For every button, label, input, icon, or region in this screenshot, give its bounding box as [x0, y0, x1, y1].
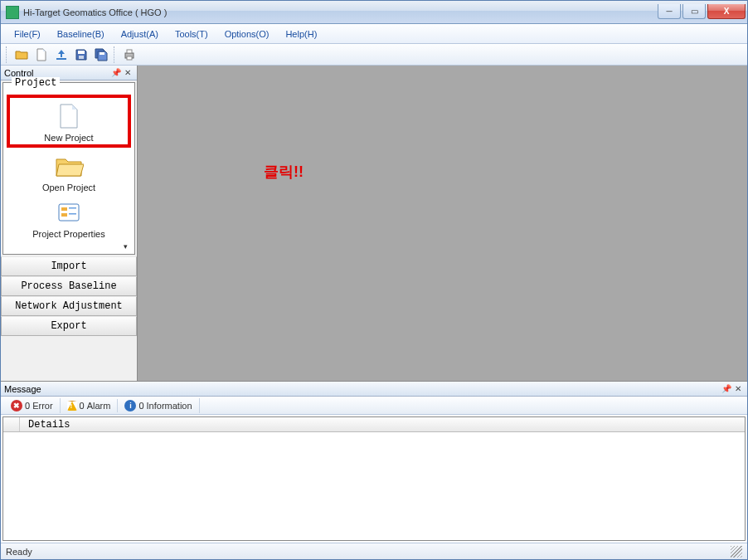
- toolbar-separator: [114, 46, 117, 63]
- svg-rect-8: [61, 213, 67, 217]
- pin-icon[interactable]: 📌: [110, 68, 122, 77]
- error-count: 0: [25, 401, 30, 411]
- toolbar-grip: [6, 46, 9, 63]
- properties-icon: [54, 199, 84, 226]
- close-button[interactable]: X: [707, 4, 746, 19]
- project-group-label: Project: [12, 77, 60, 89]
- resize-grip[interactable]: [731, 546, 742, 558]
- import-icon[interactable]: [52, 46, 70, 64]
- warning-icon: [67, 401, 77, 411]
- open-project-button[interactable]: Open Project: [7, 148, 131, 194]
- svg-rect-4: [127, 50, 132, 53]
- new-project-label: New Project: [44, 133, 93, 143]
- project-group: Project New Project Open Project Project…: [2, 82, 135, 255]
- menu-options[interactable]: Options(O): [216, 27, 278, 41]
- control-panel-title: Control: [4, 68, 110, 78]
- error-label: Error: [32, 401, 52, 411]
- window-title: Hi-Target Geomatics Office ( HGO ): [23, 7, 656, 17]
- titlebar[interactable]: Hi-Target Geomatics Office ( HGO ) ─ ▭ X: [1, 1, 747, 24]
- annotation-click: 클릭!!: [264, 162, 304, 182]
- svg-rect-10: [69, 213, 76, 215]
- pin-icon[interactable]: 📌: [721, 384, 732, 393]
- control-panel: Control 📌 ✕ Project New Project Open Pro…: [1, 66, 138, 381]
- message-filters: ✖ 0 Error 0 Alarm i 0 Information: [1, 397, 747, 415]
- message-panel: Message 📌 ✕ ✖ 0 Error 0 Alarm i 0 Inform…: [1, 381, 747, 543]
- save-all-icon[interactable]: [92, 46, 110, 64]
- menubar: File(F) Baseline(B) Adjust(A) Tools(T) O…: [1, 24, 747, 44]
- svg-rect-7: [61, 207, 67, 211]
- menu-adjust[interactable]: Adjust(A): [113, 27, 167, 41]
- menu-file[interactable]: File(F): [6, 27, 49, 41]
- details-column[interactable]: Details: [20, 417, 745, 431]
- project-properties-button[interactable]: Project Properties: [7, 194, 131, 241]
- menu-tools[interactable]: Tools(T): [167, 27, 216, 41]
- svg-rect-6: [59, 204, 79, 221]
- project-properties-label: Project Properties: [32, 229, 104, 239]
- svg-rect-2: [100, 52, 104, 55]
- statusbar: Ready: [1, 543, 747, 559]
- message-panel-title: Message: [4, 384, 721, 394]
- error-filter[interactable]: ✖ 0 Error: [4, 398, 61, 413]
- app-window: Hi-Target Geomatics Office ( HGO ) ─ ▭ X…: [0, 0, 748, 560]
- details-header: Details: [3, 417, 745, 432]
- information-filter[interactable]: i 0 Information: [118, 398, 199, 413]
- svg-rect-1: [79, 56, 84, 59]
- info-icon: i: [124, 400, 136, 411]
- message-panel-header: Message 📌 ✕: [1, 382, 747, 397]
- save-icon[interactable]: [72, 46, 90, 64]
- menu-help[interactable]: Help(H): [277, 27, 325, 41]
- dropdown-arrow-icon[interactable]: ▾: [7, 241, 131, 251]
- workspace: 클릭!!: [138, 66, 747, 381]
- svg-rect-0: [78, 51, 85, 54]
- details-grid[interactable]: Details: [2, 416, 746, 541]
- minimize-button[interactable]: ─: [658, 4, 681, 19]
- new-file-icon: [54, 103, 84, 129]
- svg-rect-5: [127, 56, 132, 60]
- alarm-count: 0: [80, 401, 85, 411]
- open-folder-icon: [54, 153, 84, 179]
- row-number-column[interactable]: [3, 417, 20, 431]
- status-text: Ready: [6, 547, 32, 557]
- close-panel-icon[interactable]: ✕: [122, 68, 134, 77]
- svg-rect-9: [69, 207, 76, 209]
- export-button[interactable]: Export: [1, 316, 137, 336]
- toolbar: [1, 44, 747, 66]
- close-panel-icon[interactable]: ✕: [732, 384, 744, 393]
- print-icon[interactable]: [120, 46, 138, 64]
- process-baseline-button[interactable]: Process Baseline: [1, 276, 137, 296]
- menu-baseline[interactable]: Baseline(B): [49, 27, 113, 41]
- import-button[interactable]: Import: [1, 256, 137, 276]
- info-count: 0: [138, 401, 143, 411]
- maximize-button[interactable]: ▭: [682, 4, 706, 19]
- network-adjustment-button[interactable]: Network Adjustment: [1, 296, 137, 316]
- alarm-label: Alarm: [87, 401, 111, 411]
- open-folder-icon[interactable]: [12, 46, 31, 64]
- error-icon: ✖: [11, 400, 22, 411]
- info-label: Information: [147, 401, 192, 411]
- app-icon: [6, 6, 19, 19]
- new-file-icon[interactable]: [32, 46, 51, 64]
- alarm-filter[interactable]: 0 Alarm: [61, 399, 119, 412]
- new-project-button[interactable]: New Project: [7, 95, 131, 148]
- open-project-label: Open Project: [42, 183, 95, 192]
